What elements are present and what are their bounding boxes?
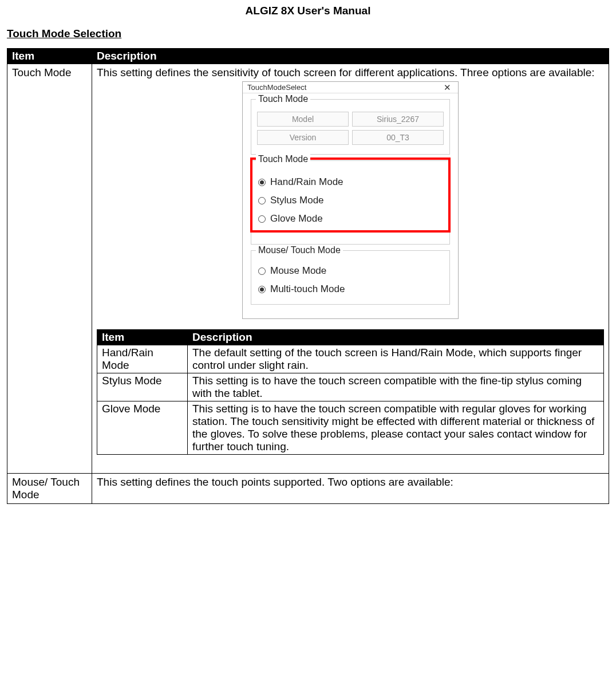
close-icon[interactable]: ✕ bbox=[441, 83, 453, 92]
touch-mode-group: Touch Mode Hand/Rain Mode Stylus Mode bbox=[251, 160, 450, 245]
radio-glove[interactable]: Glove Mode bbox=[257, 210, 444, 228]
radio-icon bbox=[258, 197, 266, 204]
radio-label: Mouse Mode bbox=[270, 265, 326, 277]
inner-header-desc: Description bbox=[188, 330, 604, 345]
table-row: Touch Mode This setting defines the sens… bbox=[7, 64, 609, 474]
inner-header-item: Item bbox=[97, 330, 188, 345]
inner-item: Hand/Rain Mode bbox=[97, 345, 188, 373]
inner-table: Item Description Hand/Rain Mode The defa… bbox=[97, 329, 604, 455]
inner-item: Glove Mode bbox=[97, 401, 188, 455]
radio-label: Hand/Rain Mode bbox=[270, 176, 343, 188]
radio-hand-rain[interactable]: Hand/Rain Mode bbox=[257, 173, 444, 191]
touch-mode-select-dialog: TouchModeSelect ✕ Touch Mode Model Siriu… bbox=[242, 81, 459, 319]
inner-desc: The default setting of the touch screen … bbox=[188, 345, 604, 373]
radio-multitouch[interactable]: Multi-touch Mode bbox=[257, 280, 444, 298]
radio-mouse[interactable]: Mouse Mode bbox=[257, 262, 444, 280]
radio-icon bbox=[258, 286, 266, 293]
dialog-titlebar: TouchModeSelect ✕ bbox=[243, 82, 458, 93]
info-group: Touch Mode Model Sirius_2267 Version 00_… bbox=[251, 99, 450, 155]
outer-item-0: Touch Mode bbox=[7, 64, 92, 474]
section-title: Touch Mode Selection bbox=[7, 27, 609, 40]
highlight-box: Touch Mode Hand/Rain Mode Stylus Mode bbox=[250, 157, 451, 233]
model-label: Model bbox=[257, 112, 349, 127]
outer-item-1: Mouse/ Touch Mode bbox=[7, 474, 92, 504]
touch-mode-intro: This setting defines the sensitivity of … bbox=[97, 66, 604, 79]
inner-desc: This setting is to have the touch screen… bbox=[188, 401, 604, 455]
model-value: Sirius_2267 bbox=[352, 112, 444, 127]
table-row: Mouse/ Touch Mode This setting defines t… bbox=[7, 474, 609, 504]
radio-icon bbox=[258, 215, 266, 223]
outer-table: Item Description Touch Mode This setting… bbox=[7, 48, 609, 504]
outer-desc-0: This setting defines the sensitivity of … bbox=[92, 64, 609, 474]
page-header: ALGIZ 8X User's Manual bbox=[7, 5, 609, 17]
radio-icon bbox=[258, 179, 266, 186]
touch-mode-legend: Touch Mode bbox=[256, 154, 310, 164]
mouse-touch-group: Mouse/ Touch Mode Mouse Mode Multi-touch… bbox=[251, 250, 450, 305]
radio-label: Multi-touch Mode bbox=[270, 283, 345, 295]
outer-desc-1: This setting defines the touch points su… bbox=[92, 474, 609, 504]
info-legend: Touch Mode bbox=[256, 94, 310, 104]
table-row: Stylus Mode This setting is to have the … bbox=[97, 373, 604, 401]
outer-header-desc: Description bbox=[92, 49, 609, 64]
table-row: Hand/Rain Mode The default setting of th… bbox=[97, 345, 604, 373]
mouse-touch-legend: Mouse/ Touch Mode bbox=[256, 245, 343, 255]
inner-item: Stylus Mode bbox=[97, 373, 188, 401]
radio-icon bbox=[258, 267, 266, 275]
version-label: Version bbox=[257, 130, 349, 145]
inner-desc: This setting is to have the touch screen… bbox=[188, 373, 604, 401]
radio-label: Glove Mode bbox=[270, 213, 323, 225]
radio-stylus[interactable]: Stylus Mode bbox=[257, 191, 444, 210]
radio-label: Stylus Mode bbox=[270, 195, 324, 206]
outer-header-item: Item bbox=[7, 49, 92, 64]
table-row: Glove Mode This setting is to have the t… bbox=[97, 401, 604, 455]
dialog-title: TouchModeSelect bbox=[247, 83, 306, 92]
version-value: 00_T3 bbox=[352, 130, 444, 145]
